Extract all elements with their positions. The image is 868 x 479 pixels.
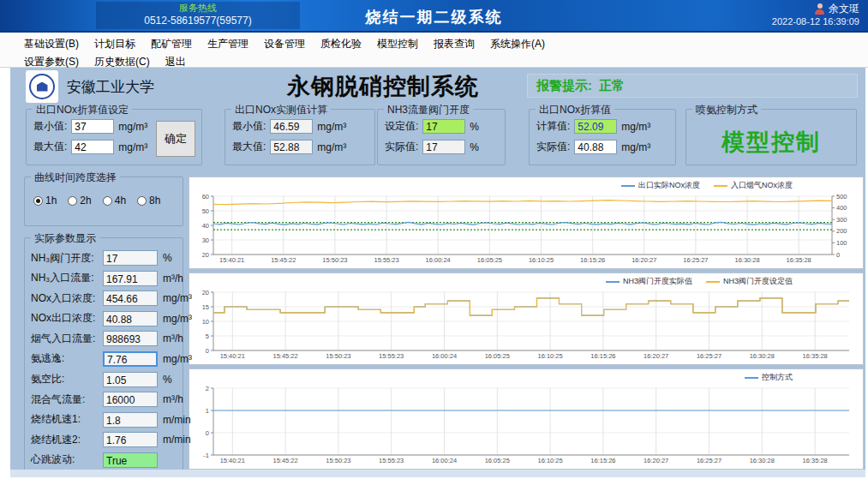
radio-icon[interactable] [137,196,147,206]
svg-text:50: 50 [202,207,209,215]
chart-svg: -101215:40:2115:45:2215:50:2315:55:2316:… [191,384,859,466]
param-label: 氨空比: [31,372,103,386]
param-unit: % [163,374,172,386]
param-value: 454.66 [103,290,158,306]
param-label: 心跳波动: [31,452,103,467]
svg-text:0: 0 [206,347,209,355]
radio-icon[interactable] [33,196,43,206]
menu-item-计划目标[interactable]: 计划目标 [94,37,135,51]
svg-text:60: 60 [202,193,209,201]
converted-calc-value: 52.09 [574,119,617,134]
actual-label: 实际值: [385,140,418,154]
panel-title: 出口NOx折算值 [536,103,614,117]
timespan-option-8h[interactable]: 8h [137,195,160,207]
param-row: NOx出口浓度:40.88mg/m³ [31,310,183,327]
svg-text:15:55:23: 15:55:23 [379,457,404,464]
valve-set-value: 17 [422,119,465,134]
user-info: 余文珽 2022-08-12 16:39:09 [772,3,859,28]
measured-max-value: 52.88 [270,140,313,154]
svg-text:16:05:25: 16:05:25 [477,256,502,264]
actual-label: 实际值: [536,140,570,154]
menu-bar: 基础设置(B)计划目标配矿管理生产管理设备管理质检化验模型控制报表查询系统操作(… [0,34,868,68]
legend-color-dash [714,185,727,187]
control-mode-chart: -101215:40:2115:45:2215:50:2315:55:2316:… [191,384,861,470]
timespan-panel: 曲线时间跨度选择 1h2h4h8h [24,177,183,226]
param-label: NOx入口浓度: [31,291,103,306]
param-value: True [103,452,158,468]
panels-row: 出口NOx折算值设定 最小值: mg/m³ 最大值: mg/m³ 确定 出口NO… [10,109,865,171]
header-row: 安徽工业大学 永钢脱硝控制系统 报警提示: 正常 [10,68,865,105]
params-panel: 实际参数显示 NH₃阀门开度:17%NH₃入口流量:167.91m³/hNOx入… [24,237,183,476]
svg-text:200: 200 [836,227,847,235]
svg-text:16:05:25: 16:05:25 [485,352,510,360]
timespan-option-4h[interactable]: 4h [103,195,126,207]
svg-text:15:40:21: 15:40:21 [220,457,245,464]
max-label: 最大值: [33,140,67,154]
chart-panel-2: 控制方式 -101215:40:2115:45:2215:50:2315:55:… [189,368,864,470]
svg-text:15:50:23: 15:50:23 [326,457,350,464]
menu-item-生产管理[interactable]: 生产管理 [207,37,248,51]
sidebar: 曲线时间跨度选择 1h2h4h8h 实际参数显示 NH₃阀门开度:17%NH₃入… [24,177,183,476]
min-label: 最小值: [232,119,266,134]
svg-text:20: 20 [202,251,209,259]
svg-text:16:35:28: 16:35:28 [803,457,828,464]
svg-text:16:00:24: 16:00:24 [432,352,457,360]
datetime: 2022-08-12 16:39:09 [772,15,859,28]
param-unit: % [163,252,172,264]
svg-text:16:30:28: 16:30:28 [750,352,775,360]
param-value: 167.91 [103,271,158,286]
menu-item-报表查询[interactable]: 报表查询 [434,37,475,51]
org-name: 安徽工业大学 [67,77,154,97]
university-logo-icon [26,70,58,103]
svg-text:0: 0 [206,429,209,437]
top-bar: 服务热线 0512-58619577(59577) 烧结一期二级系统 余文珽 2… [0,0,868,33]
legend-item: NH3阀门开度实际值 [606,276,692,287]
user-icon [814,3,825,15]
legend-color-dash [706,281,720,283]
alarm-panel: 报警提示: 正常 [527,74,858,98]
panel-control-mode: 喷氨控制方式 模型控制 [685,109,857,165]
timespan-option-2h[interactable]: 2h [68,195,91,207]
param-row: 氨逃逸:7.76mg/m³ [31,350,183,368]
menu-item-基础设置(B)[interactable]: 基础设置(B) [24,37,79,51]
radio-icon[interactable] [103,196,112,206]
legend-color-dash [621,185,635,187]
converted-actual-value: 40.88 [574,140,617,154]
panel-nox-measured: 出口NOx实测值计算 最小值: 46.59 mg/m³ 最大值: 52.88 m… [224,109,375,165]
body-row: 曲线时间跨度选择 1h2h4h8h 实际参数显示 NH₃阀门开度:17%NH₃入… [10,171,865,476]
param-unit: m³/h [163,332,183,344]
param-row: NOx入口浓度:454.66mg/m³ [31,290,183,307]
param-label: 混合气流量: [31,392,103,407]
param-value: 17 [103,250,158,266]
unit-label: mg/m³ [621,121,650,133]
unit-label: mg/m³ [317,121,346,133]
menu-item-模型控制[interactable]: 模型控制 [377,37,418,51]
menu-item-配矿管理[interactable]: 配矿管理 [151,37,192,51]
svg-text:16:15:26: 16:15:26 [580,256,605,264]
timespan-option-1h[interactable]: 1h [33,195,57,207]
legend-item: 出口实际NOx浓度 [621,180,700,191]
chart-svg: 0510152015:40:2115:45:2215:50:2315:55:23… [191,288,859,362]
svg-text:400: 400 [836,204,847,212]
panel-title: 喷氨控制方式 [692,103,761,117]
svg-text:30: 30 [202,237,209,244]
svg-text:16:20:27: 16:20:27 [632,256,656,264]
nox-min-input[interactable] [71,119,114,134]
app-window: { "top_bar": { "hotline_label": "服务热线", … [0,0,868,479]
param-value: 1.8 [103,412,158,428]
menu-item-系统操作(A)[interactable]: 系统操作(A) [490,37,545,51]
svg-text:16:15:26: 16:15:26 [590,457,615,464]
confirm-button[interactable]: 确定 [156,121,195,157]
svg-text:500: 500 [836,193,847,201]
svg-text:0: 0 [836,251,840,259]
menu-item-质检化验[interactable]: 质检化验 [320,37,362,51]
radio-icon[interactable] [68,196,77,206]
svg-text:15: 15 [202,303,209,311]
menu-item-设备管理[interactable]: 设备管理 [264,37,305,51]
svg-text:15:45:22: 15:45:22 [272,457,297,464]
chart-legend: 出口实际NOx浓度入口烟气NOx浓度 [191,179,861,192]
svg-text:100: 100 [836,239,847,247]
svg-text:15:55:23: 15:55:23 [374,256,398,264]
svg-text:16:35:28: 16:35:28 [787,256,811,264]
nox-max-input[interactable] [71,140,114,154]
